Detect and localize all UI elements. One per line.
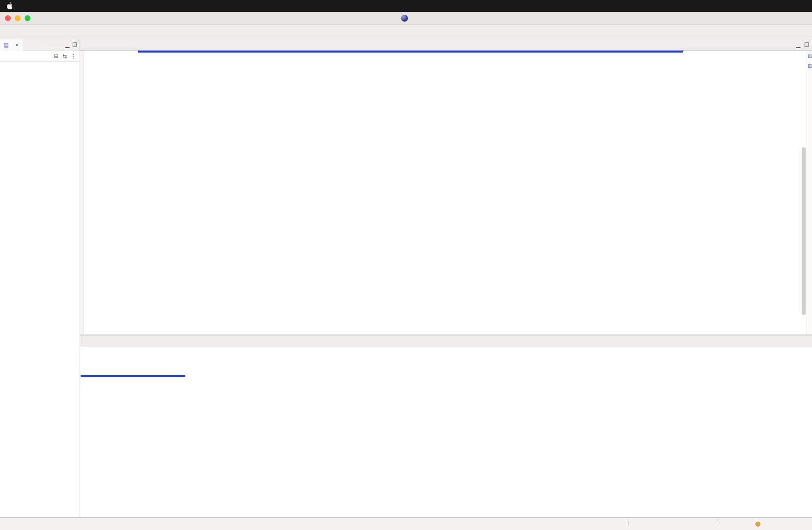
console-output[interactable] [80, 357, 812, 517]
package-explorer-tab[interactable]: ▤ ✕ [0, 39, 23, 51]
close-icon[interactable]: ✕ [15, 42, 19, 48]
eclipse-window: ▤ ✕ ▁ ❐ ⊟ ⇆ ⋮ ▁ ❐ [0, 0, 812, 530]
maximize-view-icon[interactable]: ❐ [72, 42, 77, 48]
code-editor[interactable] [80, 51, 812, 335]
editor-scrollbar[interactable] [802, 147, 806, 315]
overview-ruler [807, 51, 812, 335]
window-controls [0, 15, 30, 21]
maximize-editor-icon[interactable]: ❐ [804, 42, 809, 48]
statusbar-overflow-icon[interactable]: ⋮ [715, 521, 721, 527]
package-explorer-header: ▤ ✕ ▁ ❐ [0, 39, 80, 51]
main-toolbar [0, 25, 812, 39]
console-tab-bar [80, 335, 812, 347]
package-explorer-view: ▤ ✕ ▁ ❐ ⊟ ⇆ ⋮ [0, 39, 80, 517]
minimize-editor-icon[interactable]: ▁ [796, 42, 800, 48]
tutorial-highlight-box [138, 51, 683, 53]
apple-icon[interactable] [7, 2, 13, 9]
editor-tab-bar: ▁ ❐ [80, 39, 812, 51]
statusbar-overflow-icon[interactable]: ⋮ [626, 521, 632, 527]
console-launch-header [80, 347, 812, 357]
editor-area: ▁ ❐ [80, 39, 812, 517]
project-tree [0, 62, 80, 64]
collapse-all-icon[interactable]: ⊟ [54, 53, 58, 59]
tutorial-output-box [81, 375, 185, 377]
overview-annotation-mark [808, 64, 812, 68]
macos-menu-bar [0, 0, 812, 12]
link-with-editor-icon[interactable]: ⇆ [62, 53, 67, 59]
package-explorer-toolbar: ⊟ ⇆ ⋮ [0, 51, 80, 62]
annotation-ruler [80, 51, 84, 335]
overview-annotation-mark [808, 55, 812, 58]
notification-icon[interactable] [755, 522, 760, 527]
main-area: ▤ ✕ ▁ ❐ ⊟ ⇆ ⋮ ▁ ❐ [0, 39, 812, 517]
package-explorer-icon: ▤ [3, 42, 8, 48]
status-bar: ⋮ ⋮ [0, 517, 812, 530]
minimize-window-button[interactable] [15, 15, 21, 21]
minimize-view-icon[interactable]: ▁ [65, 42, 69, 48]
zoom-window-button[interactable] [25, 15, 30, 21]
view-menu-icon[interactable]: ⋮ [71, 53, 76, 59]
console-panel [80, 335, 812, 517]
console-toolbar [807, 335, 812, 347]
eclipse-app-icon [401, 15, 408, 22]
window-title-bar[interactable] [0, 12, 812, 25]
close-window-button[interactable] [5, 15, 11, 21]
